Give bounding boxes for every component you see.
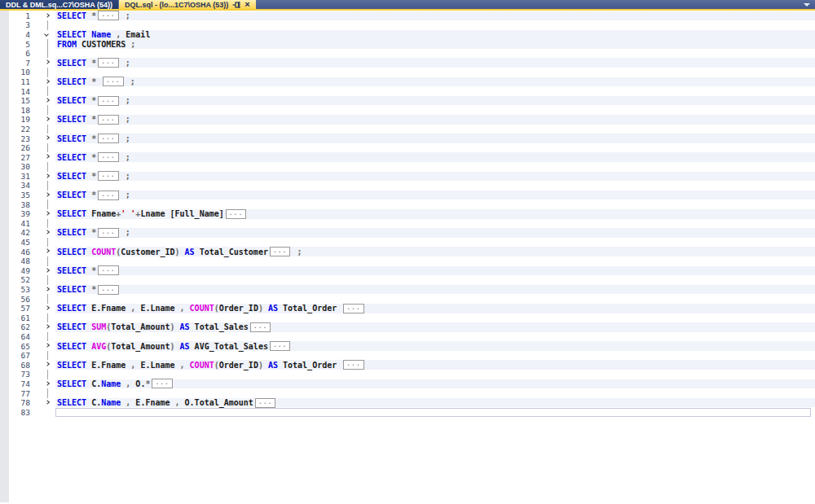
- collapsed-region-box[interactable]: ...: [250, 322, 271, 332]
- code-text[interactable]: SELECT *...: [55, 285, 815, 295]
- code-text[interactable]: [55, 275, 815, 285]
- fold-expand-icon[interactable]: [45, 343, 50, 348]
- code-text[interactable]: SELECT *... ;: [55, 134, 815, 143]
- code-text[interactable]: [55, 370, 815, 379]
- tab-dql-sql[interactable]: DQL.sql - (lo...1C7\OSHA (53)) ×: [119, 0, 256, 9]
- code-text[interactable]: [55, 49, 815, 59]
- code-text[interactable]: SELECT *... ;: [55, 11, 815, 21]
- collapsed-region-box[interactable]: ...: [98, 134, 118, 143]
- collapsed-region-box[interactable]: ...: [98, 152, 118, 162]
- code-line[interactable]: 45: [9, 238, 815, 248]
- fold-expand-icon[interactable]: [45, 155, 50, 160]
- fold-expand-icon[interactable]: [45, 324, 50, 329]
- collapsed-region-box[interactable]: ...: [98, 228, 118, 238]
- collapsed-region-box[interactable]: ...: [270, 247, 290, 256]
- code-text[interactable]: SELECT *... ;: [55, 228, 815, 238]
- fold-expand-icon[interactable]: [45, 230, 50, 234]
- tab-ddl-dml-sql[interactable]: DDL & DML.sq...C7\OSHA (54)): [0, 0, 119, 9]
- collapsed-region-box[interactable]: ...: [255, 398, 275, 408]
- fold-collapse-icon[interactable]: [44, 32, 49, 37]
- collapsed-region-box[interactable]: ...: [98, 115, 118, 125]
- code-text[interactable]: SELECT E.Fname , E.Lname , COUNT(Order_I…: [55, 304, 815, 313]
- collapsed-region-box[interactable]: ...: [98, 265, 118, 275]
- code-text[interactable]: [55, 388, 815, 398]
- fold-expand-icon[interactable]: [45, 287, 50, 291]
- code-line[interactable]: 26: [9, 143, 815, 153]
- code-text[interactable]: [55, 332, 815, 342]
- fold-expand-icon[interactable]: [45, 192, 50, 197]
- code-line[interactable]: 7SELECT *... ;: [9, 58, 815, 68]
- code-text[interactable]: SELECT AVG(Total_Amount) AS AVG_Total_Sa…: [55, 341, 815, 351]
- code-text[interactable]: [55, 219, 815, 229]
- code-line[interactable]: 53SELECT *...: [9, 285, 815, 295]
- code-text[interactable]: FROM CUSTOMERS ;: [55, 39, 815, 49]
- code-text[interactable]: SELECT E.Fname , E.Lname , COUNT(Order_I…: [55, 360, 815, 370]
- collapsed-region-box[interactable]: ...: [152, 379, 172, 388]
- code-text[interactable]: [55, 68, 815, 77]
- fold-expand-icon[interactable]: [45, 60, 50, 65]
- code-text[interactable]: [55, 162, 815, 172]
- code-line[interactable]: 49SELECT *...: [9, 266, 815, 276]
- code-text[interactable]: [55, 199, 815, 209]
- collapsed-region-box[interactable]: ...: [98, 285, 118, 295]
- collapsed-region-box[interactable]: ...: [103, 77, 123, 86]
- code-line[interactable]: 65SELECT AVG(Total_Amount) AS AVG_Total_…: [9, 341, 815, 351]
- code-text[interactable]: SELECT C.Name , E.Fname , O.Total_Amount…: [55, 398, 815, 408]
- fold-expand-icon[interactable]: [45, 211, 50, 216]
- code-text[interactable]: [55, 351, 815, 361]
- code-text[interactable]: [55, 125, 815, 134]
- pin-icon[interactable]: [232, 1, 240, 9]
- code-line[interactable]: 38: [9, 199, 815, 209]
- code-text[interactable]: SELECT *... ;: [55, 115, 815, 125]
- code-text[interactable]: SELECT *... ;: [55, 96, 815, 106]
- fold-expand-icon[interactable]: [45, 305, 50, 310]
- code-line[interactable]: 10: [9, 68, 815, 77]
- code-text[interactable]: SELECT *... ;: [55, 58, 815, 68]
- code-line[interactable]: 67: [9, 351, 815, 361]
- code-line[interactable]: 41: [9, 219, 815, 229]
- fold-expand-icon[interactable]: [45, 400, 50, 405]
- collapsed-region-box[interactable]: ...: [343, 360, 363, 370]
- code-line[interactable]: 77: [9, 388, 815, 398]
- code-text[interactable]: SELECT *... ;: [55, 152, 815, 162]
- code-line[interactable]: 6: [9, 49, 815, 59]
- code-line[interactable]: 74SELECT C.Name , O.*...: [9, 379, 815, 389]
- code-line[interactable]: 61: [9, 313, 815, 323]
- code-line[interactable]: 73: [9, 370, 815, 379]
- code-line[interactable]: 46SELECT COUNT(Customer_ID) AS Total_Cus…: [9, 247, 815, 256]
- code-line[interactable]: 3: [9, 20, 815, 30]
- code-text[interactable]: SELECT * ... ;: [55, 77, 815, 87]
- code-line[interactable]: 35SELECT *... ;: [9, 191, 815, 200]
- close-icon[interactable]: ×: [244, 1, 249, 8]
- collapsed-region-box[interactable]: ...: [270, 341, 290, 351]
- code-text[interactable]: SELECT Fname+' '+Lname [Full_Name]...: [55, 209, 815, 219]
- current-line-highlight[interactable]: [55, 408, 811, 417]
- collapsed-region-box[interactable]: ...: [98, 58, 118, 68]
- fold-expand-icon[interactable]: [45, 116, 50, 121]
- fold-expand-icon[interactable]: [45, 98, 50, 103]
- code-line[interactable]: 64: [9, 332, 815, 342]
- fold-expand-icon[interactable]: [45, 268, 50, 273]
- code-line[interactable]: 62SELECT SUM(Total_Amount) AS Total_Sale…: [9, 322, 815, 332]
- collapsed-region-box[interactable]: ...: [226, 209, 246, 219]
- fold-expand-icon[interactable]: [45, 362, 50, 367]
- code-line[interactable]: 30: [9, 162, 815, 172]
- code-line[interactable]: 48: [9, 256, 815, 266]
- code-text[interactable]: [55, 256, 815, 266]
- code-line[interactable]: 4SELECT Name , Email: [9, 30, 815, 40]
- code-line[interactable]: 23SELECT *... ;: [9, 134, 815, 143]
- code-line[interactable]: 1SELECT *... ;: [9, 11, 815, 21]
- code-line[interactable]: 68SELECT E.Fname , E.Lname , COUNT(Order…: [9, 360, 815, 370]
- code-text[interactable]: [55, 143, 815, 153]
- code-text[interactable]: [55, 294, 815, 304]
- code-text[interactable]: SELECT COUNT(Customer_ID) AS Total_Custo…: [55, 247, 815, 256]
- code-line[interactable]: 27SELECT *... ;: [9, 152, 815, 162]
- code-text[interactable]: SELECT *... ;: [55, 191, 815, 200]
- fold-expand-icon[interactable]: [45, 249, 50, 254]
- code-text[interactable]: SELECT C.Name , O.*...: [55, 379, 815, 389]
- code-text[interactable]: [55, 20, 815, 30]
- collapsed-region-box[interactable]: ...: [98, 171, 118, 181]
- fold-expand-icon[interactable]: [45, 13, 50, 18]
- code-line[interactable]: 34: [9, 181, 815, 191]
- code-editor[interactable]: 1SELECT *... ;34SELECT Name , Email5FROM…: [0, 11, 815, 502]
